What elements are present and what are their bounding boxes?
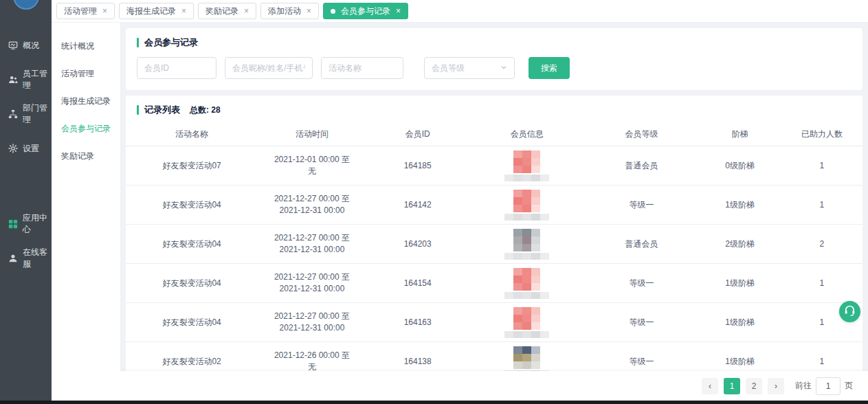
submenu-item-activity-management[interactable]: 活动管理 xyxy=(52,60,120,87)
record-list-title: 记录列表 xyxy=(144,104,180,116)
sidebar-item-settings[interactable]: 设置 xyxy=(0,135,52,162)
tab-poster-records[interactable]: 海报生成记录 × xyxy=(119,3,194,19)
app-logo[interactable] xyxy=(13,0,39,10)
time-from: 2021-12-01 00:00 至 xyxy=(254,154,370,166)
activity-name-cell: 好友裂变活动04 xyxy=(130,238,254,250)
customer-service-icon xyxy=(8,254,18,263)
close-icon[interactable]: × xyxy=(307,7,311,15)
page-button-1[interactable]: 1 xyxy=(724,378,740,394)
sidebar-item-employees[interactable]: 员工管理 xyxy=(0,66,52,93)
goto-label: 前往 xyxy=(795,380,812,392)
next-page-button[interactable]: › xyxy=(768,378,784,394)
member-id-cell: 164203 xyxy=(370,238,465,250)
close-icon[interactable]: × xyxy=(396,7,401,15)
sidebar-menu: 概况 员工管理 部门管理 设置 xyxy=(0,32,52,279)
app-center-icon xyxy=(8,219,18,229)
sidebar-item-app-center[interactable]: 应用中心 xyxy=(0,210,52,238)
activity-name-cell: 好友裂变活动04 xyxy=(130,317,254,328)
time-to: 无 xyxy=(254,166,370,177)
submenu: 统计概况 活动管理 海报生成记录 会员参与记录 奖励记录 xyxy=(52,23,120,404)
app-window: 概况 员工管理 部门管理 设置 xyxy=(0,0,868,404)
member-level-cell: 普通会员 xyxy=(589,238,695,250)
headset-icon xyxy=(843,304,856,319)
search-panel: 会员参与记录 会员等级 搜索 xyxy=(126,28,863,90)
sidebar-item-online-service[interactable]: 在线客服 xyxy=(0,245,52,272)
tab-label: 活动管理 xyxy=(64,5,97,17)
open-tabs-bar: 活动管理 × 海报生成记录 × 奖励记录 × 添加活动 × 会员参与记录 × xyxy=(52,0,868,23)
select-placeholder: 会员等级 xyxy=(432,63,465,74)
member-name-input[interactable] xyxy=(225,57,313,79)
member-id-cell: 164142 xyxy=(370,199,465,211)
tab-label: 添加活动 xyxy=(268,5,301,17)
goto-page-input[interactable] xyxy=(816,377,841,395)
tab-activity-management[interactable]: 活动管理 × xyxy=(56,3,115,19)
settings-icon xyxy=(8,144,18,153)
member-name-blur xyxy=(504,175,549,181)
activity-name-cell: 好友裂变活动07 xyxy=(130,160,254,172)
tab-label: 会员参与记录 xyxy=(341,5,390,17)
tab-member-participation-active[interactable]: 会员参与记录 × xyxy=(323,3,408,19)
title-marker xyxy=(137,38,139,47)
close-icon[interactable]: × xyxy=(181,7,186,15)
table-header-row: 活动名称 活动时间 会员ID 会员信息 会员等级 阶梯 已助力人数 xyxy=(126,123,863,146)
page-unit-label: 页 xyxy=(845,380,853,392)
column-header-activity-time: 活动时间 xyxy=(254,128,370,140)
member-id-input[interactable] xyxy=(137,57,216,79)
sidebar-item-label: 部门管理 xyxy=(23,102,52,126)
helper-count-cell: 1 xyxy=(786,278,858,289)
column-header-activity-name: 活动名称 xyxy=(130,128,254,140)
member-info-cell xyxy=(465,307,589,338)
ladder-cell: 1级阶梯 xyxy=(694,317,786,328)
record-table-body: 好友裂变活动07 2021-12-01 00:00 至 无 164185 普通会… xyxy=(126,146,863,404)
member-level-cell: 等级一 xyxy=(589,199,695,211)
member-name-blur xyxy=(504,331,549,338)
member-info-cell xyxy=(465,229,589,260)
member-id-cell: 164185 xyxy=(370,160,465,172)
time-from: 2021-12-27 00:00 至 xyxy=(254,193,370,205)
sidebar-item-overview[interactable]: 概况 xyxy=(0,32,52,59)
submenu-item-poster-records[interactable]: 海报生成记录 xyxy=(52,87,120,115)
activity-time-cell: 2021-12-27 00:00 至 2021-12-31 00:00 xyxy=(254,271,370,295)
goto-page-group: 前往 页 xyxy=(795,377,853,395)
page-button-2[interactable]: 2 xyxy=(746,378,762,394)
member-level-select[interactable]: 会员等级 xyxy=(424,57,515,79)
tab-add-activity[interactable]: 添加活动 × xyxy=(260,3,319,19)
search-form: 会员等级 搜索 xyxy=(126,56,863,90)
member-name-blur xyxy=(504,292,549,299)
activity-time-cell: 2021-12-27 00:00 至 2021-12-31 00:00 xyxy=(254,311,370,334)
member-id-cell: 164138 xyxy=(370,356,465,368)
activity-name-cell: 好友裂变活动04 xyxy=(130,278,254,289)
column-header-ladder: 阶梯 xyxy=(694,128,786,140)
activity-name-input[interactable] xyxy=(321,57,403,79)
sidebar-item-label: 员工管理 xyxy=(23,68,52,91)
chevron-down-icon xyxy=(500,63,507,73)
close-icon[interactable]: × xyxy=(244,7,249,15)
tab-label: 奖励记录 xyxy=(205,5,238,17)
prev-page-button[interactable]: ‹ xyxy=(702,378,718,394)
table-row: 好友裂变活动04 2021-12-27 00:00 至 2021-12-31 0… xyxy=(126,303,863,342)
tab-label: 海报生成记录 xyxy=(126,5,176,17)
pagination-footer: ‹ 1 2 › 前往 页 xyxy=(120,371,868,401)
employees-icon xyxy=(8,75,18,85)
submenu-item-member-participation[interactable]: 会员参与记录 xyxy=(52,115,120,142)
sidebar-spacer xyxy=(0,169,52,210)
member-level-cell: 等级一 xyxy=(589,278,695,289)
activity-time-cell: 2021-12-26 00:00 至 无 xyxy=(254,350,370,373)
sidebar-item-departments[interactable]: 部门管理 xyxy=(0,100,52,128)
member-name-blur xyxy=(504,214,549,221)
column-header-member-id: 会员ID xyxy=(370,128,465,140)
main-content: 会员参与记录 会员等级 搜索 xyxy=(120,23,868,404)
table-row: 好友裂变活动04 2021-12-27 00:00 至 2021-12-31 0… xyxy=(126,186,863,225)
customer-service-float-button[interactable] xyxy=(839,301,860,322)
submenu-item-stats-overview[interactable]: 统计概况 xyxy=(52,32,120,60)
title-marker xyxy=(137,105,139,115)
helper-count-cell: 1 xyxy=(786,356,858,368)
time-from: 2021-12-27 00:00 至 xyxy=(254,232,370,244)
submenu-item-reward-records[interactable]: 奖励记录 xyxy=(52,142,120,170)
search-button[interactable]: 搜索 xyxy=(528,57,570,79)
close-icon[interactable]: × xyxy=(102,7,107,15)
tab-reward-records[interactable]: 奖励记录 × xyxy=(198,3,256,19)
activity-time-cell: 2021-12-01 00:00 至 无 xyxy=(254,154,370,177)
table-row: 好友裂变活动07 2021-12-01 00:00 至 无 164185 普通会… xyxy=(126,146,863,186)
time-from: 2021-12-27 00:00 至 xyxy=(254,271,370,283)
